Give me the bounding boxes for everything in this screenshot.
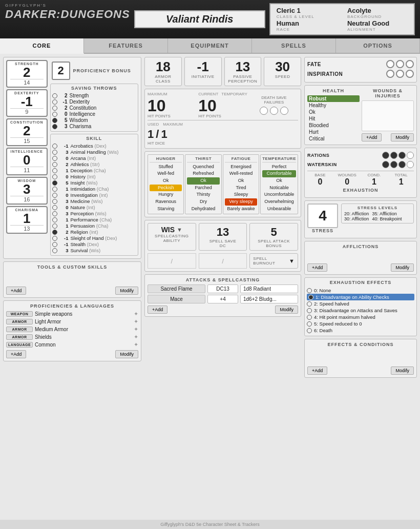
tab-options[interactable]: OPTIONS: [336, 38, 420, 53]
skill-nature-radio[interactable]: [52, 205, 57, 210]
skill-deception: 1 Deception (Cha): [52, 168, 137, 173]
save-wisdom-radio[interactable]: [52, 118, 57, 123]
exh-2-radio[interactable]: [307, 301, 312, 307]
health-critical: Critical: [307, 135, 360, 142]
wounds-modify-button[interactable]: Modify: [391, 133, 414, 141]
effects-conditions-title: EFFECTS & CONDITIONS: [307, 342, 414, 347]
ration-4[interactable]: [407, 152, 414, 159]
ration-1[interactable]: [382, 152, 389, 159]
inspiration-circle-2[interactable]: [396, 70, 404, 78]
skill-persuasion-radio[interactable]: [52, 223, 57, 229]
waterskin-2[interactable]: [390, 161, 397, 168]
skill-stealth-radio[interactable]: [52, 242, 57, 247]
inspiration-circle-1[interactable]: [386, 70, 394, 78]
death-save-circles: [260, 107, 288, 115]
skill-deception-radio[interactable]: [52, 168, 57, 173]
spellcasting-ability-dropdown[interactable]: ▼: [177, 227, 182, 233]
death-circle-2[interactable]: [270, 107, 278, 115]
health-panel: HEALTH Robust Healthy Ok Hit Bloodied Hu…: [304, 85, 417, 145]
rations-circles: [382, 152, 414, 159]
background-group: Acolyte BACKGROUND: [347, 7, 408, 19]
skills-list: -1 Acrobatics (Dex) 3 Animal Handling (W…: [52, 143, 137, 253]
proficiencies-title: PROFICIENCIES & LANGUAGES: [6, 303, 138, 309]
skill-athletics-radio[interactable]: [52, 162, 57, 167]
exh-0-radio[interactable]: [307, 288, 312, 293]
conditions-panel: HUNGER Stuffed Well-fed Ok Peckish Hungr…: [144, 151, 301, 218]
waterskin-1[interactable]: [382, 161, 389, 168]
logo-text: DARKER:DUNGEONS: [5, 8, 130, 21]
death-circle-1[interactable]: [260, 107, 268, 115]
save-dexterity-radio[interactable]: [52, 99, 57, 105]
exh-effect-1: 1: Disadvantage on Ability Checks: [307, 294, 414, 300]
skill-history-radio[interactable]: [52, 174, 57, 179]
background-label: BACKGROUND: [347, 14, 408, 19]
health-hurt: Hurt: [307, 129, 360, 135]
skill-medicine-radio[interactable]: [52, 199, 57, 204]
exh-1-radio[interactable]: [308, 295, 313, 300]
prof-add-button[interactable]: +Add: [6, 350, 26, 358]
save-strength-radio[interactable]: [52, 93, 57, 98]
skill-stealth: -1 Stealth (Dex): [52, 241, 137, 247]
max-hp-box: MAXIMUM 10 HIT POINTS: [148, 92, 196, 118]
tab-spells[interactable]: SPELLS: [252, 38, 336, 53]
waterskin-3[interactable]: [398, 161, 406, 168]
afflictions-panel: AFFLICTIONS +Add Modify: [304, 241, 417, 275]
skill-sleight-radio[interactable]: [52, 236, 57, 241]
skill-investigation-radio[interactable]: [52, 193, 57, 198]
wounds-add-button[interactable]: +Add: [362, 133, 382, 141]
ration-2[interactable]: [390, 152, 397, 159]
skill-arcana-radio[interactable]: [52, 156, 57, 161]
ability-strength: STRENGTH 2 14: [6, 60, 48, 88]
effects-modify-button[interactable]: Modify: [391, 367, 414, 375]
rations-label: RATIONS: [307, 153, 329, 158]
skill-acrobatics-radio[interactable]: [52, 144, 57, 149]
footer: Giffyglyph's D&D 5e Character Sheet & Tr…: [0, 520, 420, 529]
afflictions-add-button[interactable]: +Add: [307, 263, 327, 272]
skill-insight-radio[interactable]: [52, 180, 57, 186]
exh-5-radio[interactable]: [307, 321, 312, 327]
stress-value-area: 4 STRESS: [307, 204, 338, 235]
tools-modify-button[interactable]: Modify: [115, 287, 138, 295]
skill-survival-radio[interactable]: [52, 248, 57, 253]
tools-add-button[interactable]: +Add: [6, 287, 26, 295]
save-intelligence: 0 Intelligence: [52, 111, 137, 117]
skill-perception-radio[interactable]: [52, 211, 57, 216]
attacks-add-button[interactable]: +Add: [148, 306, 167, 314]
fate-circle-3[interactable]: [406, 60, 414, 68]
save-intelligence-radio[interactable]: [52, 112, 57, 117]
fate-row: FATE: [307, 60, 414, 68]
afflictions-modify-button[interactable]: Modify: [391, 263, 414, 272]
tab-core[interactable]: CORE: [0, 38, 84, 54]
tab-features[interactable]: FEATURES: [84, 38, 168, 53]
initiative-label: INITIATIVE: [187, 74, 219, 79]
attacks-modify-button[interactable]: Modify: [275, 306, 298, 314]
burnout-dropdown[interactable]: ▼: [289, 258, 295, 264]
spellcasting-ability-value: WIS: [161, 226, 175, 234]
ration-3[interactable]: [398, 152, 406, 159]
character-name: Valiant Rindis: [145, 13, 254, 25]
exh-6-radio[interactable]: [307, 328, 312, 333]
save-constitution-radio[interactable]: [52, 106, 57, 111]
fate-circle-1[interactable]: [386, 60, 394, 68]
hit-dice-used: 1: [148, 128, 154, 141]
attacks-panel: ATTACKS & SPELLCASTING Sacred Flame DC13…: [144, 274, 301, 317]
skill-animal-handling-radio[interactable]: [52, 150, 57, 155]
waterskin-4[interactable]: [407, 161, 414, 168]
saving-throws-panel: SAVING THROWS 2 Strength -1: [50, 84, 139, 132]
fate-circle-2[interactable]: [396, 60, 404, 68]
skill-performance-radio[interactable]: [52, 217, 57, 222]
death-circle-3[interactable]: [280, 107, 288, 115]
prof-modify-button[interactable]: Modify: [115, 350, 138, 358]
hit-dice-max: 1: [161, 128, 167, 141]
exh-4-radio[interactable]: [307, 315, 312, 320]
ability-intelligence: INTELLIGENCE 0 11: [6, 148, 48, 175]
skill-religion-radio[interactable]: [52, 230, 57, 235]
effects-add-button[interactable]: +Add: [307, 367, 327, 375]
save-charisma-radio[interactable]: [52, 124, 57, 129]
tab-equipment[interactable]: EQUIPMENT: [168, 38, 252, 53]
wounds-section: WOUNDS & INJURIES +Add Modify: [362, 88, 414, 142]
inspiration-circle-3[interactable]: [406, 70, 414, 78]
spell-attack-bonus-box: 5 SPELL ATTACKBONUS: [249, 223, 298, 251]
exh-3-radio[interactable]: [307, 308, 312, 313]
skill-intimidation-radio[interactable]: [52, 187, 57, 192]
